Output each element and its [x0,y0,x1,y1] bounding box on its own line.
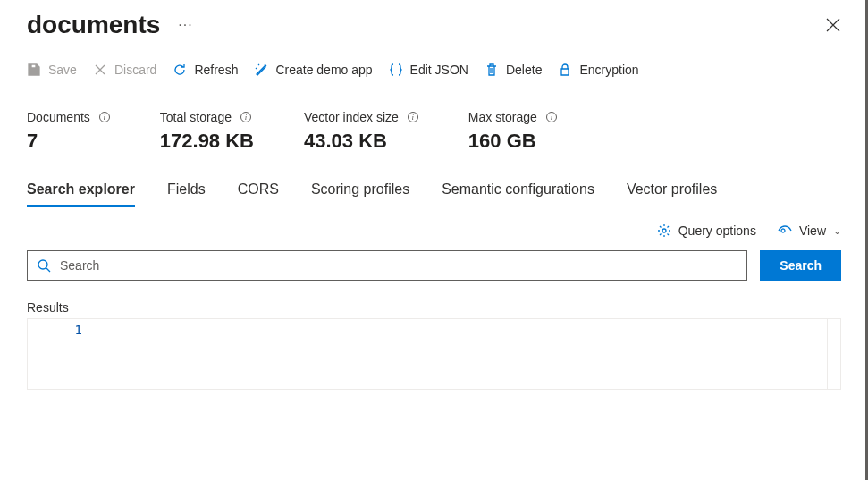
encryption-label: Encryption [579,63,638,77]
eye-icon [778,223,792,238]
editor-content[interactable] [97,319,828,389]
save-label: Save [48,63,77,77]
toolbar: Save Discard Refresh Create demo app Edi… [27,57,841,88]
info-icon[interactable]: i [240,112,251,122]
gear-icon [657,223,671,238]
encryption-button[interactable]: Encryption [558,63,638,77]
delete-label: Delete [506,63,542,77]
more-menu[interactable]: ··· [178,17,192,33]
info-icon[interactable]: i [408,112,418,122]
refresh-button[interactable]: Refresh [173,63,238,77]
tab-vector[interactable]: Vector profiles [627,181,717,207]
svg-point-0 [662,229,666,232]
stats-row: Documents i 7 Total storage i 172.98 KB … [27,88,841,167]
tab-scoring[interactable]: Scoring profiles [311,181,409,207]
tabs: Search explorer Fields CORS Scoring prof… [27,167,841,207]
gutter-line-number: 1 [28,319,97,389]
stat-max-storage: Max storage i 160 GB [468,110,557,153]
wand-icon [254,63,268,77]
trash-icon [485,63,499,77]
results-label: Results [27,300,841,315]
svg-point-1 [38,260,47,269]
stat-documents: Documents i 7 [27,110,110,153]
search-box[interactable] [27,250,747,281]
search-input[interactable] [60,258,737,273]
query-options-label: Query options [678,223,756,238]
close-icon[interactable] [825,17,841,33]
edit-json-label: Edit JSON [410,63,468,77]
create-demo-button[interactable]: Create demo app [254,63,372,77]
stat-documents-label: Documents [27,110,90,124]
search-icon [37,258,51,273]
results-editor[interactable]: 1 [27,318,841,390]
stat-max-storage-label: Max storage [468,110,537,124]
stat-documents-value: 7 [27,130,110,153]
discard-button: Discard [93,63,156,77]
edit-json-button[interactable]: Edit JSON [389,63,468,77]
discard-label: Discard [114,63,156,77]
view-label: View [799,223,826,238]
stat-vector-index: Vector index size i 43.03 KB [304,110,418,153]
lock-icon [558,63,572,77]
refresh-icon [173,63,187,77]
stat-total-storage-value: 172.98 KB [160,130,254,153]
create-demo-label: Create demo app [275,63,372,77]
stat-total-storage-label: Total storage [160,110,232,124]
search-button[interactable]: Search [760,250,841,281]
tab-fields[interactable]: Fields [167,181,206,207]
chevron-down-icon: ⌄ [833,225,841,237]
delete-button[interactable]: Delete [485,63,542,77]
stat-vector-index-value: 43.03 KB [304,130,418,153]
stat-total-storage: Total storage i 172.98 KB [160,110,254,153]
tab-search-explorer[interactable]: Search explorer [27,181,135,207]
stat-max-storage-value: 160 GB [468,130,557,153]
discard-icon [93,63,107,77]
info-icon[interactable]: i [99,112,110,122]
page-title: documents [27,11,160,39]
query-options-button[interactable]: Query options [657,223,756,238]
tab-semantic[interactable]: Semantic configurations [442,181,594,207]
braces-icon [389,63,403,77]
view-button[interactable]: View ⌄ [778,223,841,238]
stat-vector-index-label: Vector index size [304,110,399,124]
refresh-label: Refresh [194,63,238,77]
save-icon [27,63,41,77]
info-icon[interactable]: i [546,112,557,122]
tab-cors[interactable]: CORS [238,181,279,207]
save-button: Save [27,63,77,77]
